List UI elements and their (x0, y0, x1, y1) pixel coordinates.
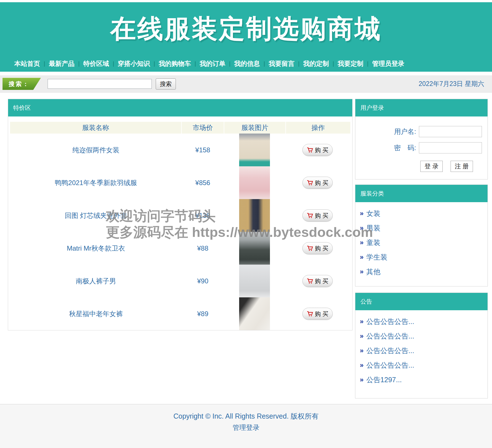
list-item: »女装 (360, 206, 488, 221)
search-label: 搜索： (9, 80, 30, 88)
username-input[interactable] (419, 126, 482, 137)
nav-item-special-zone[interactable]: 特价区域 (80, 59, 113, 68)
buy-button[interactable]: 购 买 (302, 275, 333, 287)
product-image[interactable] (239, 134, 270, 166)
cart-icon (307, 180, 313, 186)
list-item: »男装 (360, 221, 488, 235)
product-image[interactable] (239, 265, 270, 297)
search-button[interactable]: 搜索 (156, 78, 176, 90)
notice-link[interactable]: 公告公告公告... (366, 361, 414, 370)
nav-item-outfit-tips[interactable]: 穿搭小知识 (114, 59, 154, 68)
notice-panel: 公告 »公告公告公告... »公告公告公告... »公告公告公告... »公告公… (355, 293, 488, 398)
arrow-bullet-icon: » (360, 376, 363, 384)
content-area: 特价区 服装名称 市场价 服装图片 操作 纯迩假两件女装 ¥158 购 买 (0, 93, 492, 398)
admin-login-link[interactable]: 管理登录 (233, 423, 260, 432)
list-item: »童装 (360, 235, 488, 250)
arrow-bullet-icon: » (360, 239, 363, 246)
buy-button-label: 购 买 (315, 277, 328, 285)
notice-link[interactable]: 公告公告公告... (366, 317, 414, 326)
buy-button[interactable]: 购 买 (302, 177, 333, 189)
list-item: »公告公告公告... (360, 314, 488, 329)
buy-button-label: 购 买 (315, 146, 328, 154)
notice-panel-title: 公告 (355, 293, 488, 310)
buy-button[interactable]: 购 买 (302, 242, 333, 254)
nav-item-want-custom[interactable]: 我要定制 (334, 59, 367, 68)
buy-button[interactable]: 购 买 (302, 209, 333, 221)
product-price: ¥856 (182, 179, 224, 187)
product-row: Matri Mr秋冬款卫衣 ¥88 购 买 (10, 232, 350, 265)
product-price: ¥138 (182, 212, 224, 220)
products-table: 服装名称 市场价 服装图片 操作 纯迩假两件女装 ¥158 购 买 鸭鸭2021… (8, 116, 352, 330)
product-image[interactable] (239, 297, 270, 330)
main-nav: 本站首页 | 最新产品 | 特价区域 | 穿搭小知识 | 我的购物车 | 我的订… (0, 55, 492, 72)
products-table-header: 服装名称 市场价 服装图片 操作 (10, 122, 350, 134)
sidebar: 用户登录 用户名: 密 码: 登 录 注 册 服装分类 »女装 (355, 99, 488, 398)
special-price-panel: 特价区 服装名称 市场价 服装图片 操作 纯迩假两件女装 ¥158 购 买 (8, 99, 353, 330)
arrow-bullet-icon: » (360, 332, 363, 340)
category-link-women[interactable]: 女装 (366, 209, 380, 218)
list-item: »公告1297... (360, 372, 488, 387)
category-link-men[interactable]: 男装 (366, 223, 380, 233)
arrow-bullet-icon: » (360, 209, 363, 217)
category-panel: 服装分类 »女装 »男装 »童装 »学生装 »其他 (355, 185, 488, 286)
product-name-link[interactable]: 纯迩假两件女装 (73, 146, 120, 154)
notice-link[interactable]: 公告公告公告... (366, 346, 414, 355)
arrow-bullet-icon: » (360, 347, 363, 354)
nav-item-cart[interactable]: 我的购物车 (155, 59, 195, 68)
column-header-image: 服装图片 (224, 122, 285, 134)
product-price: ¥158 (182, 146, 224, 154)
search-bar: 搜索： 搜索 2022年7月23日 星期六 (0, 75, 492, 93)
list-item: »公告公告公告... (360, 329, 488, 343)
column-header-price: 市场价 (182, 122, 224, 134)
product-name-link[interactable]: 南极人裤子男 (76, 277, 116, 285)
product-row: 回图 灯芯绒夹克外套 ¥138 购 买 (10, 199, 350, 232)
list-item: »其他 (360, 264, 488, 279)
cart-icon (307, 311, 313, 317)
nav-item-admin-login[interactable]: 管理员登录 (369, 59, 408, 68)
nav-item-new-products[interactable]: 最新产品 (45, 59, 78, 68)
list-item: »学生装 (360, 250, 488, 264)
buy-button[interactable]: 购 买 (302, 144, 333, 156)
product-row: 秋星福中老年女裤 ¥89 购 买 (10, 297, 350, 330)
buy-button-label: 购 买 (315, 244, 328, 252)
cart-icon (307, 246, 313, 251)
cart-icon (307, 278, 313, 284)
product-price: ¥89 (182, 310, 224, 318)
product-price: ¥88 (182, 244, 224, 252)
login-panel: 用户登录 用户名: 密 码: 登 录 注 册 (355, 99, 488, 179)
notice-link[interactable]: 公告1297... (366, 375, 402, 384)
search-input[interactable] (48, 79, 152, 89)
notice-link[interactable]: 公告公告公告... (366, 332, 414, 341)
nav-item-orders[interactable]: 我的订单 (196, 59, 229, 68)
product-name-link[interactable]: 回图 灯芯绒夹克外套 (65, 212, 127, 219)
category-link-other[interactable]: 其他 (366, 267, 380, 276)
product-name-link[interactable]: 鸭鸭2021年冬季新款羽绒服 (55, 179, 137, 186)
product-image[interactable] (239, 166, 270, 199)
category-link-kids[interactable]: 童装 (366, 238, 380, 247)
footer: Copyright © Inc. All Rights Reserved. 版权… (0, 404, 492, 448)
arrow-bullet-icon: » (360, 224, 363, 232)
register-button[interactable]: 注 册 (451, 161, 473, 172)
arrow-bullet-icon: » (360, 318, 363, 325)
login-panel-title: 用户登录 (355, 99, 488, 116)
nav-item-message[interactable]: 我要留言 (265, 59, 298, 68)
arrow-bullet-icon: » (360, 253, 363, 261)
arrow-bullet-icon: » (360, 361, 363, 369)
nav-item-my-custom[interactable]: 我的定制 (300, 59, 333, 68)
nav-item-my-info[interactable]: 我的信息 (230, 59, 264, 68)
arrow-bullet-icon: » (360, 268, 363, 276)
nav-item-home[interactable]: 本站首页 (11, 59, 44, 68)
product-name-link[interactable]: 秋星福中老年女裤 (69, 310, 123, 318)
column-header-name: 服装名称 (10, 122, 181, 134)
buy-button[interactable]: 购 买 (302, 308, 333, 320)
site-title: 在线服装定制选购商城 (110, 11, 382, 46)
current-date: 2022年7月23日 星期六 (419, 80, 484, 88)
buy-button-label: 购 买 (315, 310, 328, 318)
cart-icon (307, 147, 313, 153)
product-image[interactable] (239, 232, 270, 265)
product-name-link[interactable]: Matri Mr秋冬款卫衣 (67, 244, 125, 252)
product-image[interactable] (239, 199, 270, 232)
login-button[interactable]: 登 录 (420, 161, 443, 172)
category-link-student[interactable]: 学生装 (366, 253, 387, 262)
password-input[interactable] (419, 142, 482, 153)
